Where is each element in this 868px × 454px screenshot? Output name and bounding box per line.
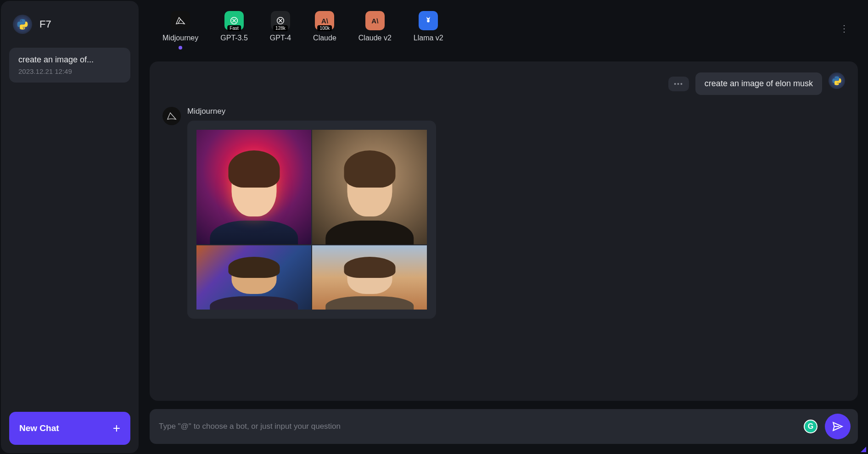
generated-image-3[interactable] (196, 245, 311, 310)
chat-item-timestamp: 2023.12.21 12:49 (18, 67, 121, 75)
generated-image-1[interactable] (196, 130, 311, 244)
new-chat-label: New Chat (19, 423, 59, 433)
model-badge: 100k (318, 25, 332, 31)
message-input[interactable] (159, 422, 796, 431)
user-message-row: ••• create an image of elon musk (162, 72, 845, 95)
gpt35-icon: Fast (224, 11, 244, 30)
model-gpt35[interactable]: Fast GPT-3.5 (220, 11, 248, 42)
model-label: GPT-4 (270, 34, 291, 42)
llama-icon (419, 11, 438, 30)
model-label: GPT-3.5 (220, 34, 248, 42)
chat-area[interactable]: ••• create an image of elon musk Midjour… (150, 61, 858, 401)
python-icon (17, 18, 28, 30)
model-claude[interactable]: A\ 100k Claude (313, 11, 336, 42)
model-label: Claude (313, 34, 336, 42)
app-root: F7 create an image of... 2023.12.21 12:4… (0, 0, 868, 454)
model-claude-v2[interactable]: A\ Claude v2 (358, 11, 392, 42)
user-avatar (829, 72, 845, 89)
grammarly-icon[interactable]: G (804, 420, 818, 433)
claude-icon: A\ 100k (315, 11, 334, 30)
main-panel: ⋮ Midjourney Fast GPT-3.5 128k (140, 1, 867, 453)
claude-v2-icon: A\ (365, 11, 385, 30)
model-selector-bar: Midjourney Fast GPT-3.5 128k GPT-4 A (144, 5, 863, 51)
new-chat-button[interactable]: New Chat + (9, 412, 130, 445)
model-label: Claude v2 (358, 34, 392, 42)
python-icon (832, 76, 842, 86)
svg-point-3 (429, 19, 430, 20)
more-menu-button[interactable]: ⋮ (835, 19, 853, 38)
input-bar: G (150, 409, 858, 444)
svg-point-2 (427, 19, 428, 20)
bot-name-label: Midjourney (187, 107, 436, 116)
model-gpt4[interactable]: 128k GPT-4 (270, 11, 291, 42)
model-label: Llama v2 (414, 34, 443, 42)
plus-icon: + (113, 422, 120, 435)
model-badge: 128k (273, 25, 288, 31)
active-model-dot (179, 46, 182, 50)
midjourney-icon (171, 11, 190, 30)
kebab-icon: ⋮ (840, 23, 849, 34)
bot-message-content: Midjourney (187, 107, 436, 319)
workspace-label: F7 (39, 18, 51, 30)
generated-image-container (187, 121, 436, 319)
generated-image-2[interactable] (312, 130, 427, 244)
sidebar-header: F7 (9, 15, 130, 48)
sidebar-spacer (9, 87, 130, 412)
generated-image-4[interactable] (312, 245, 427, 310)
model-midjourney[interactable]: Midjourney (162, 11, 198, 50)
message-actions-button[interactable]: ••• (668, 77, 689, 91)
bot-message-row: Midjourney (162, 107, 845, 319)
bot-avatar (162, 107, 181, 125)
sidebar: F7 create an image of... 2023.12.21 12:4… (1, 1, 139, 453)
midjourney-icon (166, 111, 177, 122)
gpt4-icon: 128k (271, 11, 290, 30)
model-badge: Fast (227, 25, 241, 31)
workspace-avatar[interactable] (13, 15, 32, 34)
user-message-bubble: create an image of elon musk (695, 72, 822, 95)
generated-image-grid (196, 130, 427, 310)
resize-handle[interactable] (861, 447, 866, 452)
model-label: Midjourney (162, 34, 198, 42)
send-icon (832, 421, 844, 432)
chat-item-title: create an image of... (18, 55, 121, 65)
send-button[interactable] (825, 414, 851, 439)
model-llama-v2[interactable]: Llama v2 (414, 11, 443, 42)
chat-list-item[interactable]: create an image of... 2023.12.21 12:49 (9, 48, 130, 83)
